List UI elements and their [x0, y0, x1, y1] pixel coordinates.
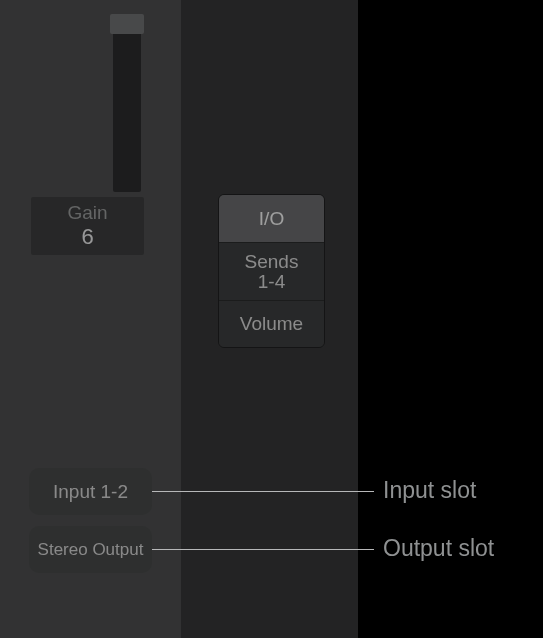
input-slot[interactable]: Input 1-2 [29, 468, 152, 515]
menu-item-io[interactable]: I/O [219, 195, 324, 242]
callout-input: Input slot [383, 477, 476, 504]
view-menu: I/O Sends1-4 Volume [218, 194, 325, 348]
gain-value: 6 [81, 224, 93, 249]
gain-fader-track[interactable] [113, 16, 141, 192]
callout-line-input [152, 491, 374, 492]
menu-item-volume[interactable]: Volume [219, 300, 324, 347]
gain-readout[interactable]: Gain 6 [31, 197, 144, 255]
callout-line-output [152, 549, 374, 550]
output-slot[interactable]: Stereo Output [29, 526, 152, 573]
gain-fader-cap[interactable] [110, 14, 144, 34]
input-slot-label: Input 1-2 [53, 481, 128, 503]
gain-label: Gain [67, 202, 107, 224]
menu-item-sends[interactable]: Sends1-4 [219, 242, 324, 300]
output-slot-label: Stereo Output [38, 540, 144, 560]
callout-output: Output slot [383, 535, 494, 562]
